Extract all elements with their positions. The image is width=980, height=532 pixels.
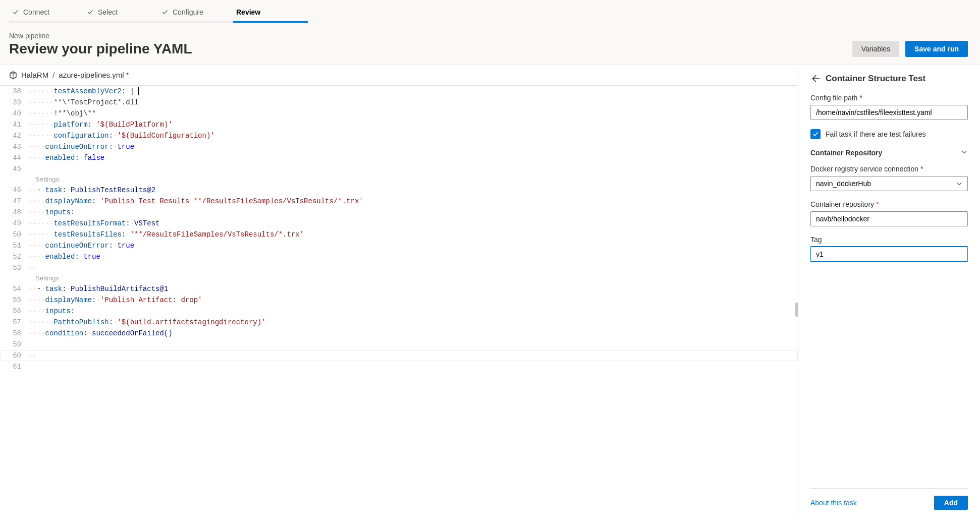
registry-connection-select[interactable]	[810, 176, 968, 191]
add-button[interactable]: Add	[934, 496, 968, 510]
line-number: 42	[0, 130, 28, 141]
back-arrow-icon[interactable]	[810, 74, 820, 83]
code-content[interactable]	[28, 163, 798, 174]
code-line[interactable]: 47····displayName:·'Publish Test Results…	[0, 196, 798, 207]
fail-task-row: Fail task if there are test failures	[810, 129, 968, 139]
code-content[interactable]: ····enabled:·false	[28, 152, 798, 163]
line-number: 51	[0, 240, 28, 251]
code-line[interactable]: 50······testResultsFiles:·'**/ResultsFil…	[0, 229, 798, 240]
code-content[interactable]: ······PathtoPublish:·'$(build.artifactst…	[28, 317, 798, 328]
container-repository-input[interactable]	[810, 211, 968, 226]
line-number: 61	[0, 361, 28, 372]
fail-task-checkbox[interactable]	[810, 129, 821, 139]
page-subtitle: New pipeline	[9, 32, 192, 40]
code-line[interactable]: 59	[0, 339, 798, 350]
code-line[interactable]: 61	[0, 361, 798, 372]
code-editor[interactable]: 38······testAssemblyVer2:·| 39······**\*…	[0, 86, 798, 519]
panel-body: Container Structure Test Config file pat…	[810, 74, 968, 488]
code-content[interactable]: ····enabled:·true	[28, 251, 798, 262]
code-content[interactable]: ······!**\obj\**	[28, 108, 798, 119]
container-repository-section[interactable]: Container Repository	[810, 148, 968, 157]
code-content[interactable]: ······configuration:·'$(BuildConfigurati…	[28, 130, 798, 141]
wizard-step-label: Connect	[23, 8, 49, 16]
code-line[interactable]: 49······testResultsFormat:·VSTest	[0, 218, 798, 229]
about-this-task-link[interactable]: About this task	[810, 499, 857, 507]
code-line[interactable]: 51····continueOnError:·true	[0, 240, 798, 251]
line-number: 56	[0, 306, 28, 317]
line-number: 45	[0, 163, 28, 174]
line-number: 53	[0, 262, 28, 273]
code-line[interactable]: 57······PathtoPublish:·'$(build.artifact…	[0, 317, 798, 328]
line-number: 46	[0, 185, 28, 196]
wizard-step-select[interactable]: Select	[84, 4, 158, 23]
config-path-input[interactable]	[810, 105, 968, 120]
wizard-step-configure[interactable]: Configure	[158, 4, 233, 23]
code-content[interactable]: ··	[28, 262, 798, 273]
repo-icon	[9, 71, 17, 79]
code-line[interactable]: 41······platform:·'$(BuildPlatform)'	[0, 119, 798, 130]
code-line[interactable]: 40······!**\obj\**	[0, 108, 798, 119]
check-icon	[161, 9, 169, 16]
code-line[interactable]: 56····inputs:	[0, 306, 798, 317]
title-row: New pipeline Review your pipeline YAML V…	[0, 23, 980, 64]
code-line[interactable]: 46··-·task:·PublishTestResults@2	[0, 185, 798, 196]
tag-input[interactable]	[810, 247, 968, 262]
line-number: 43	[0, 141, 28, 152]
config-path-label: Config file path *	[810, 94, 968, 102]
variables-button[interactable]: Variables	[852, 41, 899, 57]
line-number: 48	[0, 207, 28, 218]
fail-task-label: Fail task if there are test failures	[826, 130, 925, 138]
code-content[interactable]: ····inputs:	[28, 306, 798, 317]
code-content[interactable]: ····inputs:	[28, 207, 798, 218]
code-content[interactable]: ······platform:·'$(BuildPlatform)'	[28, 119, 798, 130]
editor-area: HalaRM / azure-pipelines.yml * 38······t…	[0, 65, 798, 519]
line-number: 54	[0, 283, 28, 294]
code-content[interactable]	[28, 361, 798, 372]
wizard-step-review[interactable]: Review	[233, 4, 308, 23]
wizard-step-label: Select	[98, 8, 118, 16]
title-actions: Variables Save and run	[852, 41, 968, 57]
check-icon	[12, 9, 19, 16]
code-content[interactable]: ····condition:·succeededOrFailed()	[28, 328, 798, 339]
code-content[interactable]	[28, 339, 798, 350]
code-line[interactable]: 54··-·task:·PublishBuildArtifacts@1	[0, 283, 798, 294]
code-content[interactable]: ······**\*TestProject*.dll	[28, 97, 798, 108]
code-content[interactable]: ····continueOnError:·true	[28, 141, 798, 152]
wizard-step-label: Review	[236, 8, 260, 16]
title-block: New pipeline Review your pipeline YAML	[9, 32, 192, 57]
code-line[interactable]: 60··	[0, 350, 798, 361]
chevron-down-icon	[961, 148, 968, 157]
code-line[interactable]: 42······configuration:·'$(BuildConfigura…	[0, 130, 798, 141]
line-number: 55	[0, 294, 28, 306]
panel-footer: About this task Add	[810, 488, 968, 519]
code-line[interactable]: 45	[0, 163, 798, 174]
breadcrumb-repo[interactable]: HalaRM	[21, 71, 48, 79]
code-line[interactable]: 39······**\*TestProject*.dll	[0, 97, 798, 108]
code-content[interactable]: ··-·task:·PublishTestResults@2	[28, 185, 798, 196]
code-content[interactable]: ····displayName:·'Publish Artifact: drop…	[28, 294, 798, 306]
code-line[interactable]: 43····continueOnError:·true	[0, 141, 798, 152]
code-content[interactable]: ····continueOnError:·true	[28, 240, 798, 251]
code-content[interactable]: ······testResultsFormat:·VSTest	[28, 218, 798, 229]
breadcrumb-separator: /	[52, 71, 55, 79]
breadcrumb-file: azure-pipelines.yml *	[59, 71, 129, 79]
codelens-settings[interactable]: Settings	[0, 273, 798, 283]
line-number: 59	[0, 339, 28, 350]
code-line[interactable]: 38······testAssemblyVer2:·|	[0, 86, 798, 97]
code-line[interactable]: 58····condition:·succeededOrFailed()	[0, 328, 798, 339]
code-content[interactable]: ··	[28, 350, 798, 361]
code-line[interactable]: 55····displayName:·'Publish Artifact: dr…	[0, 294, 798, 306]
code-line[interactable]: 53··	[0, 262, 798, 273]
page-title: Review your pipeline YAML	[9, 41, 192, 57]
code-content[interactable]: ··-·task:·PublishBuildArtifacts@1	[28, 283, 798, 294]
wizard-step-connect[interactable]: Connect	[9, 4, 84, 23]
code-line[interactable]: 52····enabled:·true	[0, 251, 798, 262]
code-line[interactable]: 44····enabled:·false	[0, 152, 798, 163]
code-content[interactable]: ······testResultsFiles:·'**/ResultsFileS…	[28, 229, 798, 240]
save-and-run-button[interactable]: Save and run	[905, 41, 968, 57]
code-content[interactable]: ····displayName:·'Publish Test Results *…	[28, 196, 798, 207]
codelens-settings[interactable]: Settings	[0, 174, 798, 185]
code-content[interactable]: ······testAssemblyVer2:·|	[28, 86, 798, 97]
code-line[interactable]: 48····inputs:	[0, 207, 798, 218]
text-cursor	[138, 87, 139, 95]
